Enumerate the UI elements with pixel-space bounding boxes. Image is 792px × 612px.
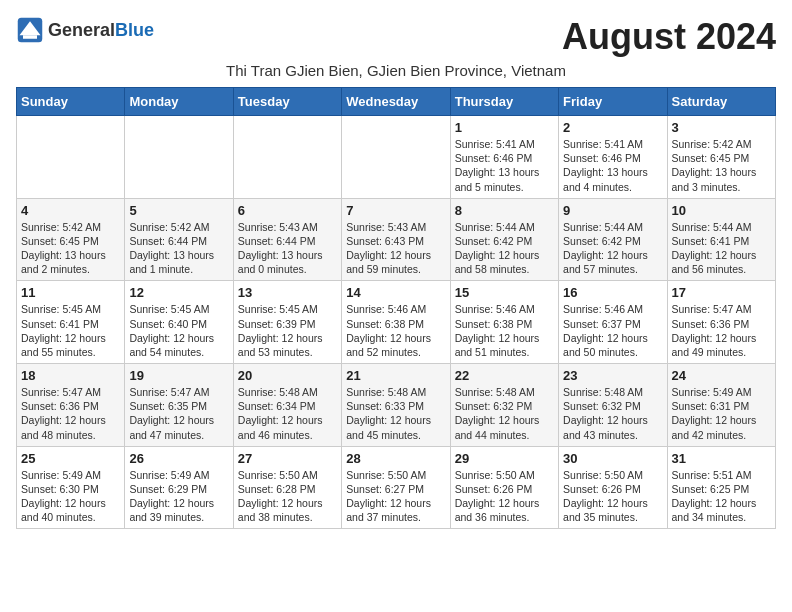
day-cell xyxy=(233,116,341,199)
day-info: Sunrise: 5:46 AMSunset: 6:38 PMDaylight:… xyxy=(455,302,554,359)
day-info: Sunrise: 5:46 AMSunset: 6:37 PMDaylight:… xyxy=(563,302,662,359)
day-number: 4 xyxy=(21,203,120,218)
day-cell: 26Sunrise: 5:49 AMSunset: 6:29 PMDayligh… xyxy=(125,446,233,529)
day-cell: 27Sunrise: 5:50 AMSunset: 6:28 PMDayligh… xyxy=(233,446,341,529)
day-cell: 6Sunrise: 5:43 AMSunset: 6:44 PMDaylight… xyxy=(233,198,341,281)
day-cell: 25Sunrise: 5:49 AMSunset: 6:30 PMDayligh… xyxy=(17,446,125,529)
week-row-1: 4Sunrise: 5:42 AMSunset: 6:45 PMDaylight… xyxy=(17,198,776,281)
day-cell: 9Sunrise: 5:44 AMSunset: 6:42 PMDaylight… xyxy=(559,198,667,281)
day-number: 20 xyxy=(238,368,337,383)
day-cell: 22Sunrise: 5:48 AMSunset: 6:32 PMDayligh… xyxy=(450,364,558,447)
day-number: 5 xyxy=(129,203,228,218)
day-number: 17 xyxy=(672,285,771,300)
day-cell xyxy=(342,116,450,199)
day-info: Sunrise: 5:46 AMSunset: 6:38 PMDaylight:… xyxy=(346,302,445,359)
week-row-2: 11Sunrise: 5:45 AMSunset: 6:41 PMDayligh… xyxy=(17,281,776,364)
col-header-friday: Friday xyxy=(559,88,667,116)
day-number: 23 xyxy=(563,368,662,383)
logo-blue: Blue xyxy=(115,20,154,40)
day-number: 15 xyxy=(455,285,554,300)
day-info: Sunrise: 5:42 AMSunset: 6:45 PMDaylight:… xyxy=(672,137,771,194)
day-info: Sunrise: 5:41 AMSunset: 6:46 PMDaylight:… xyxy=(455,137,554,194)
day-number: 12 xyxy=(129,285,228,300)
day-info: Sunrise: 5:48 AMSunset: 6:33 PMDaylight:… xyxy=(346,385,445,442)
day-info: Sunrise: 5:49 AMSunset: 6:29 PMDaylight:… xyxy=(129,468,228,525)
col-header-monday: Monday xyxy=(125,88,233,116)
logo-text: GeneralBlue xyxy=(48,20,154,41)
day-cell: 7Sunrise: 5:43 AMSunset: 6:43 PMDaylight… xyxy=(342,198,450,281)
day-number: 2 xyxy=(563,120,662,135)
day-cell: 12Sunrise: 5:45 AMSunset: 6:40 PMDayligh… xyxy=(125,281,233,364)
day-cell: 2Sunrise: 5:41 AMSunset: 6:46 PMDaylight… xyxy=(559,116,667,199)
col-header-saturday: Saturday xyxy=(667,88,775,116)
day-cell xyxy=(125,116,233,199)
day-info: Sunrise: 5:47 AMSunset: 6:35 PMDaylight:… xyxy=(129,385,228,442)
day-number: 7 xyxy=(346,203,445,218)
day-info: Sunrise: 5:44 AMSunset: 6:42 PMDaylight:… xyxy=(563,220,662,277)
day-number: 19 xyxy=(129,368,228,383)
day-number: 29 xyxy=(455,451,554,466)
day-number: 27 xyxy=(238,451,337,466)
col-header-sunday: Sunday xyxy=(17,88,125,116)
day-cell: 23Sunrise: 5:48 AMSunset: 6:32 PMDayligh… xyxy=(559,364,667,447)
day-cell: 1Sunrise: 5:41 AMSunset: 6:46 PMDaylight… xyxy=(450,116,558,199)
day-info: Sunrise: 5:43 AMSunset: 6:43 PMDaylight:… xyxy=(346,220,445,277)
week-row-0: 1Sunrise: 5:41 AMSunset: 6:46 PMDaylight… xyxy=(17,116,776,199)
day-cell: 11Sunrise: 5:45 AMSunset: 6:41 PMDayligh… xyxy=(17,281,125,364)
day-number: 25 xyxy=(21,451,120,466)
day-info: Sunrise: 5:50 AMSunset: 6:27 PMDaylight:… xyxy=(346,468,445,525)
day-cell: 13Sunrise: 5:45 AMSunset: 6:39 PMDayligh… xyxy=(233,281,341,364)
day-number: 30 xyxy=(563,451,662,466)
day-info: Sunrise: 5:45 AMSunset: 6:41 PMDaylight:… xyxy=(21,302,120,359)
day-cell: 16Sunrise: 5:46 AMSunset: 6:37 PMDayligh… xyxy=(559,281,667,364)
subtitle: Thi Tran GJien Bien, GJien Bien Province… xyxy=(16,62,776,79)
day-cell: 18Sunrise: 5:47 AMSunset: 6:36 PMDayligh… xyxy=(17,364,125,447)
day-cell xyxy=(17,116,125,199)
day-number: 26 xyxy=(129,451,228,466)
day-info: Sunrise: 5:45 AMSunset: 6:39 PMDaylight:… xyxy=(238,302,337,359)
day-number: 10 xyxy=(672,203,771,218)
day-cell: 14Sunrise: 5:46 AMSunset: 6:38 PMDayligh… xyxy=(342,281,450,364)
calendar-header-row: SundayMondayTuesdayWednesdayThursdayFrid… xyxy=(17,88,776,116)
day-info: Sunrise: 5:47 AMSunset: 6:36 PMDaylight:… xyxy=(21,385,120,442)
day-number: 6 xyxy=(238,203,337,218)
day-number: 9 xyxy=(563,203,662,218)
day-info: Sunrise: 5:50 AMSunset: 6:26 PMDaylight:… xyxy=(563,468,662,525)
day-info: Sunrise: 5:42 AMSunset: 6:45 PMDaylight:… xyxy=(21,220,120,277)
day-cell: 21Sunrise: 5:48 AMSunset: 6:33 PMDayligh… xyxy=(342,364,450,447)
week-row-3: 18Sunrise: 5:47 AMSunset: 6:36 PMDayligh… xyxy=(17,364,776,447)
day-info: Sunrise: 5:44 AMSunset: 6:42 PMDaylight:… xyxy=(455,220,554,277)
day-info: Sunrise: 5:51 AMSunset: 6:25 PMDaylight:… xyxy=(672,468,771,525)
day-info: Sunrise: 5:48 AMSunset: 6:34 PMDaylight:… xyxy=(238,385,337,442)
day-cell: 5Sunrise: 5:42 AMSunset: 6:44 PMDaylight… xyxy=(125,198,233,281)
day-number: 16 xyxy=(563,285,662,300)
day-number: 13 xyxy=(238,285,337,300)
day-info: Sunrise: 5:48 AMSunset: 6:32 PMDaylight:… xyxy=(563,385,662,442)
day-number: 8 xyxy=(455,203,554,218)
week-row-4: 25Sunrise: 5:49 AMSunset: 6:30 PMDayligh… xyxy=(17,446,776,529)
day-number: 31 xyxy=(672,451,771,466)
col-header-thursday: Thursday xyxy=(450,88,558,116)
day-number: 1 xyxy=(455,120,554,135)
day-number: 11 xyxy=(21,285,120,300)
day-info: Sunrise: 5:50 AMSunset: 6:28 PMDaylight:… xyxy=(238,468,337,525)
day-info: Sunrise: 5:48 AMSunset: 6:32 PMDaylight:… xyxy=(455,385,554,442)
day-number: 28 xyxy=(346,451,445,466)
day-cell: 19Sunrise: 5:47 AMSunset: 6:35 PMDayligh… xyxy=(125,364,233,447)
day-info: Sunrise: 5:47 AMSunset: 6:36 PMDaylight:… xyxy=(672,302,771,359)
day-cell: 4Sunrise: 5:42 AMSunset: 6:45 PMDaylight… xyxy=(17,198,125,281)
svg-rect-2 xyxy=(23,35,37,39)
day-number: 14 xyxy=(346,285,445,300)
calendar-table: SundayMondayTuesdayWednesdayThursdayFrid… xyxy=(16,87,776,529)
day-info: Sunrise: 5:43 AMSunset: 6:44 PMDaylight:… xyxy=(238,220,337,277)
calendar-body: 1Sunrise: 5:41 AMSunset: 6:46 PMDaylight… xyxy=(17,116,776,529)
day-cell: 31Sunrise: 5:51 AMSunset: 6:25 PMDayligh… xyxy=(667,446,775,529)
day-number: 18 xyxy=(21,368,120,383)
day-cell: 30Sunrise: 5:50 AMSunset: 6:26 PMDayligh… xyxy=(559,446,667,529)
day-cell: 24Sunrise: 5:49 AMSunset: 6:31 PMDayligh… xyxy=(667,364,775,447)
logo-icon xyxy=(16,16,44,44)
day-number: 21 xyxy=(346,368,445,383)
day-info: Sunrise: 5:44 AMSunset: 6:41 PMDaylight:… xyxy=(672,220,771,277)
day-cell: 29Sunrise: 5:50 AMSunset: 6:26 PMDayligh… xyxy=(450,446,558,529)
day-cell: 17Sunrise: 5:47 AMSunset: 6:36 PMDayligh… xyxy=(667,281,775,364)
